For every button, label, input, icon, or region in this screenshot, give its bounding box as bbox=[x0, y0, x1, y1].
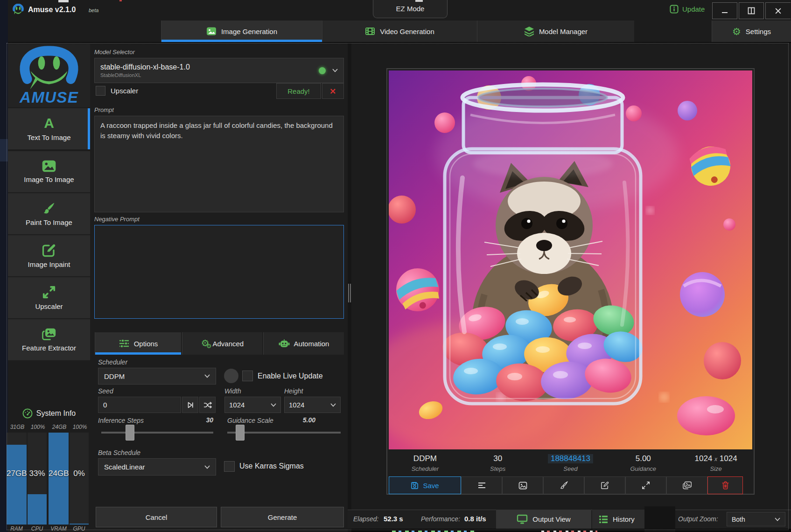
negative-prompt-input[interactable] bbox=[94, 225, 344, 319]
seed-randomize-button[interactable] bbox=[199, 397, 216, 413]
beta-schedule-dropdown[interactable]: ScaledLinear bbox=[98, 458, 216, 476]
model-status-label: Ready! bbox=[287, 87, 310, 95]
model-selector-label: Model Selector bbox=[94, 49, 135, 56]
gpu-max-label: 100% bbox=[69, 424, 91, 430]
panel-splitter[interactable] bbox=[348, 43, 351, 532]
send-to-paint-button[interactable] bbox=[543, 476, 584, 494]
trash-icon bbox=[721, 481, 729, 490]
amuse-app-window: Amuse v2.1.0 beta EZ Mode Update Image G… bbox=[0, 0, 791, 532]
generate-button[interactable]: Generate bbox=[221, 507, 344, 527]
scheduler-dropdown[interactable]: DDPM bbox=[98, 368, 216, 385]
splitter-grip[interactable] bbox=[348, 284, 349, 302]
seed-repeat-button[interactable] bbox=[182, 397, 198, 413]
tab-label: Video Generation bbox=[380, 28, 434, 35]
tab-label: Settings bbox=[746, 28, 771, 35]
sidebar-item-text-to-image[interactable]: A Text To Image bbox=[8, 108, 90, 149]
generated-image[interactable] bbox=[389, 70, 752, 449]
save-image-button[interactable]: Save bbox=[389, 476, 461, 494]
guidance-scale-value: 5.00 bbox=[298, 416, 315, 424]
seed-value-link[interactable]: 188848413 bbox=[548, 454, 593, 463]
maximize-button[interactable] bbox=[739, 2, 764, 19]
update-label: Update bbox=[682, 5, 705, 13]
tab-advanced[interactable]: ⚙⚙ Advanced bbox=[182, 332, 262, 355]
output-meta-row: DDPM Scheduler 30 Steps 188848413 Seed 5… bbox=[389, 449, 752, 476]
tab-label: Automation bbox=[294, 340, 329, 348]
update-button[interactable]: Update bbox=[670, 5, 705, 14]
meta-label: Size bbox=[710, 465, 721, 472]
output-view-label: Output View bbox=[532, 515, 570, 523]
unload-model-button[interactable] bbox=[322, 83, 344, 99]
close-button[interactable] bbox=[765, 2, 791, 19]
system-info-header: System Info bbox=[8, 408, 90, 419]
history-button[interactable]: History bbox=[592, 510, 644, 529]
output-zoom-dropdown[interactable]: Both bbox=[727, 512, 785, 526]
text-lines-icon bbox=[477, 482, 486, 489]
minimize-button[interactable] bbox=[712, 2, 737, 19]
splitter-grip[interactable] bbox=[350, 284, 351, 302]
tab-image-generation[interactable]: Image Generation bbox=[161, 21, 322, 42]
meta-value: 30 bbox=[493, 454, 502, 463]
sidebar-item-image-to-image[interactable]: Image To Image bbox=[8, 151, 90, 192]
tab-automation[interactable]: Automation bbox=[263, 332, 344, 355]
upscaler-checkbox[interactable] bbox=[96, 86, 105, 96]
meta-label: Guidance bbox=[630, 465, 656, 472]
output-view-button[interactable]: Output View bbox=[496, 510, 591, 529]
sidebar-item-label: Text To Image bbox=[27, 133, 70, 141]
live-update-label: Enable Live Update bbox=[258, 372, 323, 380]
send-to-image-button[interactable] bbox=[502, 476, 543, 494]
live-update-toggle[interactable] bbox=[224, 369, 238, 383]
model-selector-dropdown[interactable]: stable-diffusion-xl-base-1.0 StableDiffu… bbox=[94, 58, 344, 83]
sidebar-item-image-inpaint[interactable]: Image Inpaint bbox=[8, 235, 90, 276]
beta-schedule-value: ScaledLinear bbox=[104, 463, 204, 471]
delete-image-button[interactable] bbox=[707, 476, 743, 494]
inference-steps-slider[interactable] bbox=[101, 432, 213, 434]
tab-options[interactable]: Options bbox=[95, 332, 181, 355]
sidebar-item-upscaler[interactable]: Upscaler bbox=[8, 277, 90, 318]
main-tab-bar: Image Generation Video Generation Model … bbox=[8, 21, 791, 42]
guidance-scale-slider[interactable] bbox=[227, 432, 341, 434]
tab-video-generation[interactable]: Video Generation bbox=[322, 21, 477, 42]
live-update-checkbox[interactable] bbox=[242, 371, 253, 381]
inference-steps-slider-thumb[interactable] bbox=[126, 425, 134, 441]
tab-model-manager[interactable]: Model Manager bbox=[477, 21, 634, 42]
model-name: stable-diffusion-xl-base-1.0 bbox=[100, 63, 319, 71]
monitor-icon bbox=[517, 514, 528, 524]
meta-label: Seed bbox=[563, 465, 577, 472]
minimize-icon bbox=[721, 7, 728, 14]
prompt-input[interactable]: A raccoon trapped inside a glass jar ful… bbox=[94, 116, 344, 212]
sidebar-item-label: Image To Image bbox=[24, 175, 74, 183]
sliders-icon bbox=[119, 338, 130, 349]
resize-arrows-icon bbox=[42, 285, 56, 299]
image-icon bbox=[206, 26, 217, 36]
cancel-button[interactable]: Cancel bbox=[96, 507, 217, 527]
guidance-scale-slider-thumb[interactable] bbox=[236, 425, 245, 441]
ez-mode-button[interactable]: EZ Mode bbox=[373, 0, 448, 18]
skip-end-icon bbox=[187, 401, 194, 409]
seed-label: Seed bbox=[98, 387, 113, 395]
history-label: History bbox=[613, 515, 635, 523]
cpu-value: 33% bbox=[28, 469, 47, 478]
gpu-meter bbox=[70, 433, 89, 525]
edit-square-icon bbox=[42, 243, 56, 257]
caption-button[interactable] bbox=[461, 476, 502, 494]
elapsed-value: 52.3 s bbox=[384, 515, 403, 523]
width-dropdown[interactable]: 1024 bbox=[224, 397, 281, 413]
meta-guidance: 5.00 Guidance bbox=[607, 454, 679, 472]
height-dropdown[interactable]: 1024 bbox=[284, 397, 341, 413]
inference-steps-label: Inference Steps bbox=[98, 417, 144, 424]
tab-settings[interactable]: ⚙ Settings bbox=[712, 21, 791, 42]
model-status: Ready! bbox=[276, 83, 321, 99]
scheduler-value: DDPM bbox=[104, 372, 204, 380]
sidebar-item-paint-to-image[interactable]: Paint To Image bbox=[8, 193, 90, 234]
sidebar-item-feature-extractor[interactable]: Feature Extractor bbox=[8, 319, 90, 360]
cpu-max-label: 100% bbox=[28, 424, 48, 430]
performance-label: Performance: bbox=[421, 515, 460, 523]
send-to-inpaint-button[interactable] bbox=[584, 476, 625, 494]
send-to-upscaler-button[interactable] bbox=[625, 476, 666, 494]
seed-input[interactable]: 0 bbox=[98, 397, 181, 413]
send-to-feature-extractor-button[interactable] bbox=[666, 476, 707, 494]
beta-tag: beta bbox=[89, 7, 98, 13]
shuffle-icon bbox=[203, 401, 212, 409]
brush-icon bbox=[560, 481, 568, 490]
karras-sigmas-checkbox[interactable] bbox=[224, 461, 235, 472]
